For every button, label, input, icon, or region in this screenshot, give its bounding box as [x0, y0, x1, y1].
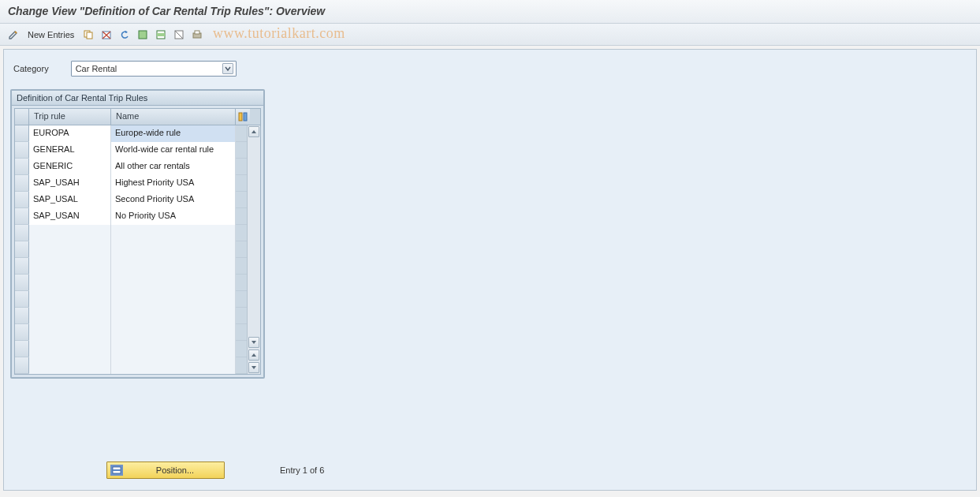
- table-row[interactable]: SAP_USALSecond Priority USA: [15, 192, 247, 208]
- cell-trip-rule[interactable]: [29, 324, 111, 341]
- page-title: Change View "Definition of Car Rental Tr…: [8, 5, 325, 17]
- table-row[interactable]: [15, 275, 247, 291]
- table-row[interactable]: SAP_USANNo Priority USA: [15, 208, 247, 225]
- svg-rect-13: [113, 469, 121, 471]
- row-selector[interactable]: [15, 324, 29, 340]
- row-selector[interactable]: [15, 208, 29, 224]
- cell-trip-rule[interactable]: SAP_USAL: [29, 192, 111, 208]
- table-row[interactable]: [15, 357, 247, 374]
- table-row[interactable]: [15, 341, 247, 357]
- cell-name[interactable]: [111, 275, 236, 291]
- table-row[interactable]: SAP_USAHHighest Priority USA: [15, 175, 247, 192]
- cell-name[interactable]: [111, 324, 236, 341]
- select-all-header[interactable]: [15, 109, 29, 125]
- row-selector[interactable]: [15, 357, 29, 373]
- cell-trip-rule[interactable]: SAP_USAH: [29, 175, 111, 192]
- cell-name[interactable]: [111, 357, 236, 374]
- row-selector[interactable]: [15, 241, 29, 257]
- cell-trip-rule[interactable]: [29, 308, 111, 324]
- svg-rect-5: [157, 33, 165, 36]
- cell-name[interactable]: No Priority USA: [111, 208, 236, 225]
- position-label: Position...: [129, 465, 221, 475]
- cell-trip-rule[interactable]: [29, 241, 111, 258]
- cell-name[interactable]: Highest Priority USA: [111, 175, 236, 192]
- toolbar: New Entries www.tutorialkart.com: [0, 24, 980, 46]
- row-selector[interactable]: [15, 159, 29, 174]
- new-entries-button[interactable]: New Entries: [24, 28, 77, 42]
- table-header: Trip rule Name: [15, 109, 260, 125]
- svg-rect-9: [195, 31, 199, 34]
- cell-trip-rule[interactable]: SAP_USAN: [29, 208, 111, 225]
- watermark-text: www.tutorialkart.com: [213, 25, 345, 42]
- cell-trip-rule[interactable]: [29, 357, 111, 374]
- table-row[interactable]: GENERALWorld-wide car rental rule: [15, 142, 247, 159]
- title-bar: Change View "Definition of Car Rental Tr…: [0, 0, 980, 24]
- row-selector[interactable]: [15, 341, 29, 357]
- copy-icon[interactable]: [81, 28, 95, 42]
- select-block-icon[interactable]: [154, 28, 168, 42]
- cell-trip-rule[interactable]: [29, 225, 111, 241]
- svg-rect-3: [139, 31, 147, 39]
- select-all-icon[interactable]: [136, 28, 150, 42]
- scroll-up-icon[interactable]: [248, 126, 259, 137]
- row-selector[interactable]: [15, 258, 29, 274]
- row-selector[interactable]: [15, 275, 29, 290]
- category-label: Category: [13, 64, 49, 73]
- position-button[interactable]: Position...: [106, 462, 225, 479]
- category-value: Car Rental: [76, 64, 117, 73]
- cell-trip-rule[interactable]: [29, 275, 111, 291]
- table-row[interactable]: [15, 291, 247, 308]
- footer-row: Position... Entry 1 of 6: [106, 462, 324, 479]
- row-selector[interactable]: [15, 291, 29, 307]
- column-name[interactable]: Name: [111, 109, 236, 125]
- table-row[interactable]: [15, 241, 247, 258]
- undo-icon[interactable]: [117, 28, 132, 42]
- table-row[interactable]: [15, 225, 247, 241]
- panel-title: Definition of Car Rental Trip Rules: [12, 91, 263, 106]
- row-selector[interactable]: [15, 125, 29, 141]
- column-trip-rule[interactable]: Trip rule: [29, 109, 111, 125]
- cell-trip-rule[interactable]: [29, 341, 111, 357]
- row-selector[interactable]: [15, 225, 29, 241]
- cell-name[interactable]: Europe-wide rule: [111, 125, 236, 142]
- table-row[interactable]: GENERICAll other car rentals: [15, 159, 247, 175]
- cell-trip-rule[interactable]: [29, 291, 111, 308]
- delete-icon[interactable]: [99, 28, 114, 42]
- cell-name[interactable]: All other car rentals: [111, 159, 236, 175]
- cell-trip-rule[interactable]: EUROPA: [29, 125, 111, 142]
- category-dropdown[interactable]: Car Rental: [71, 61, 237, 77]
- cell-name[interactable]: [111, 241, 236, 258]
- table-row[interactable]: [15, 258, 247, 275]
- print-config-icon[interactable]: [190, 28, 204, 42]
- deselect-all-icon[interactable]: [172, 28, 186, 42]
- scroll-up2-icon[interactable]: [248, 349, 259, 361]
- entry-counter: Entry 1 of 6: [280, 465, 324, 475]
- cell-name[interactable]: [111, 291, 236, 308]
- chevron-down-icon: [222, 63, 233, 74]
- toggle-change-icon[interactable]: [6, 28, 20, 42]
- table-config-icon[interactable]: [236, 109, 250, 125]
- content-area: Category Car Rental Definition of Car Re…: [3, 49, 977, 491]
- scroll-down2-icon[interactable]: [248, 362, 259, 373]
- cell-name[interactable]: [111, 225, 236, 241]
- cell-name[interactable]: Second Priority USA: [111, 192, 236, 208]
- row-selector[interactable]: [15, 308, 29, 323]
- table-row[interactable]: [15, 308, 247, 324]
- rules-table: Trip rule Name EUROPAEurope-wide ruleGEN…: [14, 108, 261, 375]
- row-selector[interactable]: [15, 175, 29, 191]
- cell-name[interactable]: [111, 258, 236, 275]
- cell-trip-rule[interactable]: GENERAL: [29, 142, 111, 159]
- table-row[interactable]: [15, 324, 247, 341]
- cell-name[interactable]: [111, 308, 236, 324]
- svg-rect-11: [244, 113, 247, 121]
- table-row[interactable]: EUROPAEurope-wide rule: [15, 125, 247, 142]
- svg-rect-10: [239, 113, 242, 121]
- cell-name[interactable]: World-wide car rental rule: [111, 142, 236, 159]
- row-selector[interactable]: [15, 192, 29, 207]
- row-selector[interactable]: [15, 142, 29, 158]
- cell-name[interactable]: [111, 341, 236, 357]
- vertical-scrollbar[interactable]: [247, 125, 260, 374]
- cell-trip-rule[interactable]: GENERIC: [29, 159, 111, 175]
- cell-trip-rule[interactable]: [29, 258, 111, 275]
- scroll-down-icon[interactable]: [248, 337, 259, 348]
